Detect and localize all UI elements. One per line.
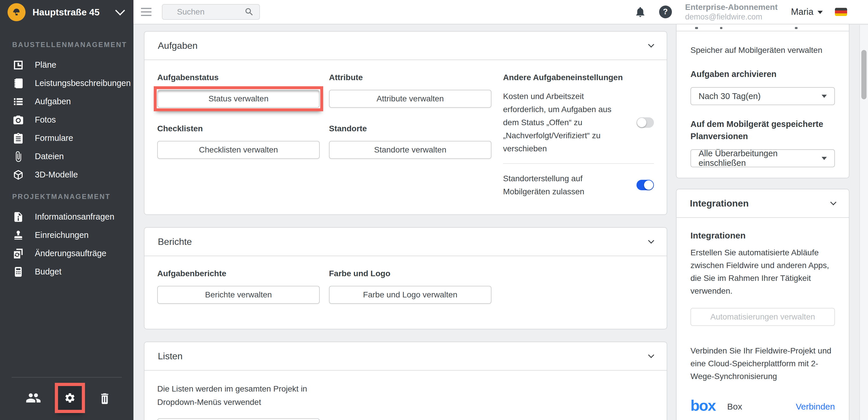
- clipped-text-remnant: [695, 27, 698, 29]
- sidebar-item-label: Änderungsaufträge: [35, 249, 106, 258]
- caret-down-icon: [817, 11, 823, 14]
- aufgabenberichte-label: Aufgabenberichte: [157, 269, 320, 278]
- card-title: Integrationen: [690, 198, 749, 209]
- archivieren-select[interactable]: Nach 30 Tag(en): [690, 87, 835, 105]
- aufgaben-archivieren-label: Aufgaben archivieren: [690, 68, 835, 80]
- notifications-button[interactable]: [634, 6, 646, 18]
- sidebar-item-informationsanfragen[interactable]: Informationsanfragen: [12, 208, 133, 226]
- card-listen: Listen Die Listen werden im gesamten Pro…: [144, 342, 667, 420]
- box-label: Box: [727, 402, 742, 412]
- standorte-verwalten-button[interactable]: Standorte verwalten: [329, 141, 491, 159]
- cloud-sync-description: Verbinden Sie Ihr Fieldwire-Projekt und …: [690, 344, 835, 383]
- toggle1-description: Kosten und Arbeitszeit erforderlich, um …: [503, 90, 629, 155]
- farbe-logo-verwalten-button[interactable]: Farbe und Logo verwalten: [329, 286, 491, 304]
- kosten-arbeitszeit-toggle[interactable]: [637, 117, 654, 128]
- automatisierungen-verwalten-button[interactable]: Automatisierungen verwalten: [690, 308, 835, 326]
- attribute-label: Attribute: [329, 73, 491, 82]
- toggle-knob: [637, 118, 646, 127]
- card-integrationen-header: Integrationen: [677, 189, 849, 218]
- clipped-text-remnant: [720, 27, 722, 29]
- task-list-icon: [12, 95, 24, 108]
- column-status-checklisten: Aufgabenstatus Status verwalten Checklis…: [157, 73, 320, 198]
- sidebar-item-plaene[interactable]: Pläne: [12, 56, 133, 74]
- clipped-text-remnant: [795, 27, 798, 29]
- settings-divider: [503, 163, 654, 164]
- listen-verwalten-button[interactable]: Listen verwalten: [157, 418, 320, 420]
- planversionen-value: Alle Überarbeitungen einschließen: [699, 149, 822, 168]
- berichte-verwalten-button[interactable]: Berichte verwalten: [157, 286, 320, 304]
- people-icon: [26, 392, 41, 403]
- collapse-chevron-icon[interactable]: [830, 199, 836, 205]
- search-box: [162, 4, 260, 20]
- select-caret-icon: [822, 157, 827, 160]
- project-name: Hauptstraße 45: [32, 7, 99, 18]
- subscription-email: demos@fieldwire.com: [685, 12, 778, 22]
- sidebar-item-3d-modelle[interactable]: 3D-Modelle: [12, 166, 133, 184]
- sidebar-item-leistungsbeschreibungen[interactable]: Leistungsbeschreibungen: [12, 74, 133, 92]
- sidebar-item-fotos[interactable]: Fotos: [12, 111, 133, 129]
- sidebar-item-label: Einreichungen: [35, 230, 89, 240]
- user-name: Maria: [791, 7, 813, 17]
- stamp-icon: [12, 229, 24, 241]
- sidebar-item-aenderungsauftraege[interactable]: Änderungsaufträge: [12, 244, 133, 262]
- delete-project-button[interactable]: [99, 391, 111, 404]
- project-switcher[interactable]: Hauptstraße 45: [0, 0, 133, 24]
- help-button[interactable]: ?: [659, 5, 672, 18]
- right-column: Speicher auf Mobilgeräten verwalten Aufg…: [676, 24, 849, 420]
- main-column: Aufgaben Aufgabenstatus Status verwalten…: [144, 31, 667, 420]
- sidebar-item-formulare[interactable]: Formulare: [12, 129, 133, 147]
- bell-icon: [634, 6, 646, 18]
- column-andere-einstellungen: Andere Aufgabeneinstellungen Kosten und …: [501, 73, 654, 198]
- planversionen-select[interactable]: Alle Überarbeitungen einschließen: [690, 149, 835, 167]
- sidebar-item-budget[interactable]: Budget: [12, 262, 133, 281]
- card-listen-header: Listen: [145, 342, 666, 371]
- subscription-title: Enterprise-Abonnement: [685, 2, 778, 12]
- checklisten-label: Checklisten: [157, 124, 320, 133]
- sidebar-item-einreichungen[interactable]: Einreichungen: [12, 226, 133, 244]
- verbinden-link[interactable]: Verbinden: [796, 402, 835, 412]
- paperclip-icon: [12, 150, 24, 163]
- sidebar-item-label: Aufgaben: [35, 97, 71, 106]
- tutorial-highlight-status: Status verwalten: [154, 86, 323, 111]
- fieldwire-logo-icon: [7, 3, 26, 21]
- spec-book-icon: [12, 77, 24, 89]
- people-button[interactable]: [26, 392, 41, 403]
- sidebar-item-label: Dateien: [35, 151, 64, 161]
- card-berichte: Berichte Aufgabenberichte Berichte verwa…: [144, 227, 667, 329]
- chevron-down-icon: [115, 5, 125, 16]
- standorterstellung-toggle[interactable]: [637, 180, 654, 190]
- sidebar-item-label: Fotos: [35, 115, 56, 124]
- scrollbar-thumb[interactable]: [861, 50, 867, 99]
- integrationen-subtitle: Integrationen: [690, 231, 835, 241]
- column-farbe-logo: Farbe und Logo Farbe und Logo verwalten: [329, 269, 491, 304]
- language-flag-button[interactable]: [835, 8, 847, 16]
- collapse-chevron-icon[interactable]: [648, 41, 654, 47]
- calculator-icon: [12, 266, 24, 278]
- archivieren-value: Nach 30 Tag(en): [699, 91, 761, 101]
- sidebar-item-label: Pläne: [35, 60, 56, 70]
- toggle2-description: Standorterstellung auf Mobilgeräten zula…: [503, 172, 629, 198]
- status-verwalten-button[interactable]: Status verwalten: [157, 90, 320, 108]
- user-menu[interactable]: Maria: [791, 7, 823, 17]
- integrationen-description: Erstellen Sie automatisierte Abläufe zwi…: [690, 246, 835, 298]
- floor-plan-icon: [12, 59, 24, 71]
- settings-content: Aufgaben Aufgabenstatus Status verwalten…: [133, 25, 868, 420]
- cube-icon: [12, 169, 24, 181]
- card-integrationen: Integrationen Integrationen Erstellen Si…: [676, 189, 849, 420]
- sidebar-item-dateien[interactable]: Dateien: [12, 147, 133, 166]
- scrollbar-track[interactable]: [859, 25, 868, 420]
- hamburger-menu-button[interactable]: [138, 5, 155, 19]
- settings-gear-button[interactable]: [61, 389, 79, 407]
- listen-description: Die Listen werden im gesamten Projekt in…: [157, 382, 343, 409]
- card-speicher: Speicher auf Mobilgeräten verwalten Aufg…: [676, 24, 849, 178]
- sidebar-item-aufgaben[interactable]: Aufgaben: [12, 92, 133, 111]
- search-input[interactable]: [165, 7, 244, 17]
- sidebar: Hauptstraße 45 BAUSTELLENMANAGEMENTPläne…: [0, 0, 133, 420]
- card-aufgaben-header: Aufgaben: [145, 32, 666, 60]
- checklisten-verwalten-button[interactable]: Checklisten verwalten: [157, 141, 320, 159]
- speicher-verwalten-link[interactable]: Speicher auf Mobilgeräten verwalten: [690, 45, 835, 55]
- collapse-chevron-icon[interactable]: [648, 352, 654, 358]
- attribute-verwalten-button[interactable]: Attribute verwalten: [329, 90, 491, 108]
- collapse-chevron-icon[interactable]: [648, 237, 654, 244]
- topbar: ? Enterprise-Abonnement demos@fieldwire.…: [133, 0, 868, 24]
